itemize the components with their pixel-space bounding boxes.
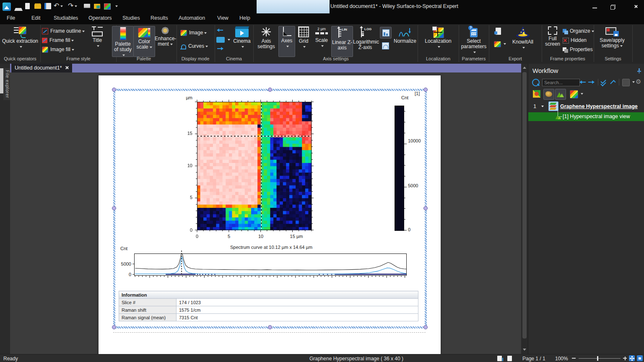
close-button[interactable] — [625, 0, 641, 13]
select-parameters-button[interactable]: ? Select parameters — [460, 26, 487, 56]
filter-dropdown-icon[interactable] — [632, 81, 635, 83]
new-document-icon[interactable] — [25, 3, 30, 9]
image-icon[interactable] — [104, 3, 111, 10]
quick-access-customize-icon[interactable] — [115, 5, 118, 7]
localization-button[interactable]: Localization — [423, 26, 454, 56]
fit-width-icon[interactable] — [637, 355, 643, 361]
selection-handle[interactable] — [112, 88, 116, 92]
save-document-icon[interactable] — [44, 3, 51, 9]
surface-view-button[interactable] — [543, 89, 554, 100]
scrollbar-thumb[interactable] — [522, 72, 527, 339]
display-image-button[interactable]: Image — [180, 28, 214, 37]
expand-up-icon[interactable] — [610, 80, 615, 85]
menu-studiables[interactable]: Studiables — [54, 15, 78, 21]
palette-of-study-button[interactable]: Palette of study — [112, 26, 134, 57]
canvas-vertical-scrollbar[interactable] — [521, 64, 528, 354]
minimize-button[interactable] — [588, 0, 602, 13]
scale-button[interactable]: 2 µm Scale — [313, 26, 330, 56]
export-image-dropdown-icon[interactable] — [504, 43, 506, 45]
redo-dropdown-icon[interactable] — [75, 5, 77, 7]
full-screen-button[interactable]: Full screen — [543, 26, 562, 56]
document-tab[interactable]: Untitled document1* — [11, 64, 72, 72]
document-canvas[interactable]: [1] µm 15 10 5 0 0 5 10 15 µm Cnt 10000 … — [10, 72, 521, 354]
file-explorer-tab[interactable]: File explorer — [3, 68, 10, 100]
cinema-next-icon[interactable] — [217, 47, 223, 50]
selection-handle[interactable] — [423, 325, 428, 329]
menu-view[interactable]: View — [217, 15, 229, 21]
workflow-child-item[interactable]: [1] Hyperspectral image view — [528, 112, 644, 121]
enhancement-button[interactable]: Enhance-ment — [155, 26, 176, 56]
logarithmic-z-axis-button[interactable]: LOG Logarithmic Z-axis — [353, 26, 377, 56]
normalize-button[interactable]: Normalize — [393, 26, 417, 56]
axis-settings-button[interactable]: Axis settings — [255, 26, 278, 56]
cinema-button[interactable]: Cinema — [231, 26, 253, 56]
selection-handle[interactable] — [112, 206, 116, 210]
cinema-frame-icon[interactable] — [216, 37, 225, 43]
menu-edit[interactable]: Edit — [31, 15, 41, 21]
menu-results[interactable]: Results — [151, 15, 168, 21]
workflow-item-expander-icon[interactable] — [541, 106, 544, 107]
filter-icon[interactable] — [622, 79, 630, 86]
z-scale-curve-toggle[interactable] — [380, 40, 391, 51]
image-fill-button[interactable]: Image fill — [42, 45, 86, 54]
open-document-icon[interactable] — [34, 4, 41, 9]
quick-extraction-button[interactable]: Quick extraction — [2, 26, 39, 56]
export-image-button[interactable] — [494, 41, 500, 47]
z-scale-image-toggle[interactable] — [380, 27, 392, 39]
redo-button[interactable]: ↷ — [68, 2, 77, 10]
zoom-slider-track[interactable] — [579, 358, 621, 359]
home-icon[interactable] — [14, 3, 23, 11]
search-next-icon[interactable] — [588, 80, 594, 84]
multi-page-view-icon[interactable] — [507, 356, 512, 361]
undo-dropdown-icon[interactable] — [60, 5, 63, 7]
selection-handle[interactable] — [268, 88, 272, 92]
palette-view-dropdown-icon[interactable] — [581, 93, 583, 95]
menu-operators[interactable]: Operators — [88, 15, 112, 21]
zoom-slider-thumb[interactable] — [597, 356, 598, 361]
search-previous-icon[interactable] — [580, 80, 586, 84]
grid-button[interactable]: Grid — [295, 26, 312, 56]
hidden-button[interactable]: Hidden — [563, 36, 593, 44]
zoom-in-icon[interactable] — [623, 358, 627, 359]
color-scale-button[interactable]: Color scale — [133, 26, 155, 57]
properties-button[interactable]: Properties — [563, 45, 593, 54]
display-curves-button[interactable]: Curves — [180, 42, 214, 50]
knowitall-button[interactable]: KnowItAll — [510, 26, 536, 56]
palette-view-button[interactable] — [569, 89, 579, 99]
hyperspectral-heatmap[interactable] — [195, 99, 314, 233]
menu-help[interactable]: Help — [239, 15, 250, 21]
zoom-out-icon[interactable] — [572, 358, 576, 359]
selection-handle[interactable] — [423, 88, 428, 92]
menu-automation[interactable]: Automation — [179, 15, 205, 21]
studiables-view-button[interactable] — [532, 89, 542, 99]
fit-page-icon[interactable] — [629, 355, 635, 361]
single-page-view-icon[interactable] — [497, 356, 502, 361]
menu-studies[interactable]: Studies — [122, 15, 140, 21]
print-icon[interactable] — [84, 4, 90, 8]
image-view-button[interactable] — [555, 89, 566, 100]
selection-handle[interactable] — [423, 206, 428, 210]
cinema-previous-icon[interactable] — [217, 28, 223, 32]
export-folder-icon[interactable] — [94, 4, 100, 9]
save-apply-settings-button[interactable]: Save/apply settings — [595, 26, 629, 56]
pin-icon[interactable] — [636, 68, 641, 73]
frame-outline-button[interactable]: Frame outline — [42, 27, 86, 35]
title-button[interactable]: Title — [86, 26, 108, 56]
studiable-layers-icon[interactable] — [548, 101, 558, 111]
workflow-root-item[interactable]: Graphene Hyperspectral image — [560, 103, 638, 109]
axes-button[interactable]: Axes — [278, 26, 295, 57]
workflow-settings-gear-icon[interactable]: ⚙ — [636, 78, 641, 85]
export-document-icon[interactable] — [496, 28, 501, 35]
undo-button[interactable]: ↶ — [54, 2, 63, 10]
restore-button[interactable] — [606, 0, 621, 13]
menu-file[interactable]: File — [7, 15, 15, 21]
linear-z-axis-button[interactable]: LIN Linear Z-axis — [331, 26, 353, 57]
cinema-frame-dropdown-icon[interactable] — [228, 39, 230, 41]
document-tab-close-icon[interactable] — [65, 66, 69, 70]
frame-fill-button[interactable]: Frame fill — [42, 36, 86, 44]
selection-handle[interactable] — [112, 325, 116, 329]
spectrum-plot[interactable] — [129, 250, 410, 279]
selection-handle[interactable] — [268, 325, 272, 329]
scrollbar-down-icon[interactable] — [523, 349, 526, 351]
workflow-search-input[interactable] — [542, 79, 580, 86]
